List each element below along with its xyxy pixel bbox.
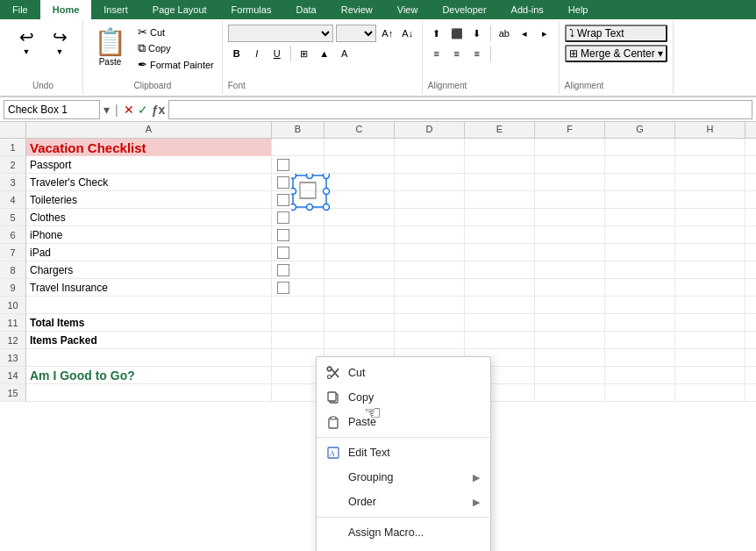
undo-button[interactable]: ↩ ▼ [11, 25, 42, 58]
cell-c8[interactable] [325, 261, 395, 279]
cell-b7[interactable] [272, 244, 325, 261]
menu-item-cut[interactable]: Cut [317, 361, 490, 385]
checkbox-obj[interactable] [277, 159, 289, 171]
cell-f13[interactable] [535, 349, 605, 367]
cell-a13[interactable] [26, 349, 272, 367]
cell-e12[interactable] [465, 332, 535, 349]
cell-e7[interactable] [465, 244, 535, 261]
fill-color-button[interactable]: ▲ [316, 45, 333, 62]
orientation-button[interactable]: ab [496, 25, 513, 42]
cell-a11[interactable]: Total Items [26, 314, 272, 332]
cell-h8[interactable] [675, 261, 745, 279]
cell-b6[interactable] [272, 226, 325, 244]
cell-e3[interactable] [465, 174, 535, 191]
checkbox-obj[interactable] [277, 194, 289, 206]
format-painter-button[interactable]: ✒Format Painter [135, 57, 217, 72]
col-header-g[interactable]: G [605, 122, 675, 138]
col-header-b[interactable]: B [272, 122, 325, 138]
indent-dec-button[interactable]: ◂ [516, 25, 533, 42]
cell-f4[interactable] [535, 191, 605, 209]
cell-e1[interactable] [465, 139, 535, 156]
cell-f2[interactable] [535, 156, 605, 174]
tab-home[interactable]: Home [40, 0, 92, 19]
cell-f8[interactable] [535, 261, 605, 279]
redo-button[interactable]: ↪ ▼ [44, 25, 75, 58]
cell-b5[interactable] [272, 209, 325, 226]
cell-f5[interactable] [535, 209, 605, 226]
font-name-select[interactable] [228, 25, 333, 42]
cell-a14[interactable]: Am I Good to Go? [26, 367, 272, 384]
cell-c4[interactable] [325, 191, 395, 209]
align-bottom-button[interactable]: ⬇ [468, 25, 486, 42]
checkbox-obj[interactable] [277, 282, 289, 294]
cut-button[interactable]: ✂Cut [135, 25, 217, 39]
col-header-c[interactable]: C [325, 122, 395, 138]
borders-button[interactable]: ⊞ [296, 45, 313, 62]
cell-h1[interactable] [675, 139, 745, 156]
cell-d4[interactable] [395, 191, 465, 209]
cell-h11[interactable] [675, 314, 745, 332]
cell-h13[interactable] [675, 349, 745, 367]
cell-b12[interactable] [272, 332, 325, 349]
cell-f15[interactable] [535, 384, 605, 402]
cell-d2[interactable] [395, 156, 465, 174]
cell-a12[interactable]: Items Packed [26, 332, 272, 349]
cell-f10[interactable] [535, 297, 605, 314]
cell-d3[interactable] [395, 174, 465, 191]
cell-d10[interactable] [395, 297, 465, 314]
cell-a9[interactable]: Travel Insurance [26, 279, 272, 297]
font-increase-button[interactable]: A↑ [379, 25, 396, 42]
cancel-icon[interactable]: ✕ [124, 103, 134, 117]
tab-help[interactable]: Help [556, 0, 601, 19]
col-header-e[interactable]: E [465, 122, 535, 138]
cell-e4[interactable] [465, 191, 535, 209]
col-header-a[interactable]: A [26, 122, 272, 138]
checkbox-obj[interactable] [277, 211, 289, 224]
cell-b1[interactable] [272, 139, 325, 156]
cell-e2[interactable] [465, 156, 535, 174]
cell-a6[interactable]: iPhone [26, 226, 272, 244]
cell-h9[interactable] [675, 279, 745, 297]
cell-h4[interactable] [675, 191, 745, 209]
cell-c9[interactable] [325, 279, 395, 297]
tab-data[interactable]: Data [283, 0, 328, 19]
cell-d12[interactable] [395, 332, 465, 349]
wrap-text-button[interactable]: ⤵ Wrap Text [565, 25, 667, 42]
cell-c1[interactable] [325, 139, 395, 156]
menu-item-format-control[interactable]: Format Control... [317, 545, 490, 551]
cell-a2[interactable]: Passport [26, 156, 272, 174]
cell-h12[interactable] [675, 332, 745, 349]
cell-h7[interactable] [675, 244, 745, 261]
cell-f12[interactable] [535, 332, 605, 349]
cell-b2[interactable] [272, 156, 325, 174]
cell-g6[interactable] [605, 226, 675, 244]
cell-g13[interactable] [605, 349, 675, 367]
menu-item-paste[interactable]: Paste [317, 410, 490, 434]
menu-item-copy[interactable]: Copy [317, 385, 490, 410]
font-color-button[interactable]: A [336, 45, 353, 62]
cell-g8[interactable] [605, 261, 675, 279]
confirm-icon[interactable]: ✓ [138, 103, 148, 117]
cell-c12[interactable] [325, 332, 395, 349]
cell-g12[interactable] [605, 332, 675, 349]
merge-center-button[interactable]: ⊞ Merge & Center ▾ [565, 45, 667, 62]
align-top-button[interactable]: ⬆ [428, 25, 446, 42]
checkbox-obj[interactable] [277, 264, 289, 276]
col-header-h[interactable]: H [675, 122, 745, 138]
copy-button[interactable]: ⧉Copy [135, 40, 217, 56]
cell-c6[interactable] [325, 226, 395, 244]
tab-page-layout[interactable]: Page Layout [140, 0, 219, 19]
col-header-f[interactable]: F [535, 122, 605, 138]
align-left-button[interactable]: ≡ [428, 45, 446, 62]
indent-inc-button[interactable]: ▸ [536, 25, 553, 42]
cell-b4[interactable] [272, 191, 325, 209]
cell-g2[interactable] [605, 156, 675, 174]
cell-g15[interactable] [605, 384, 675, 402]
cell-a1[interactable]: Vacation Checklist [26, 139, 272, 156]
paste-button[interactable]: 📋 Paste [89, 25, 132, 68]
cell-f7[interactable] [535, 244, 605, 261]
cell-d11[interactable] [395, 314, 465, 332]
cell-b11[interactable] [272, 314, 325, 332]
cell-a15[interactable] [26, 384, 272, 402]
cell-c10[interactable] [325, 297, 395, 314]
